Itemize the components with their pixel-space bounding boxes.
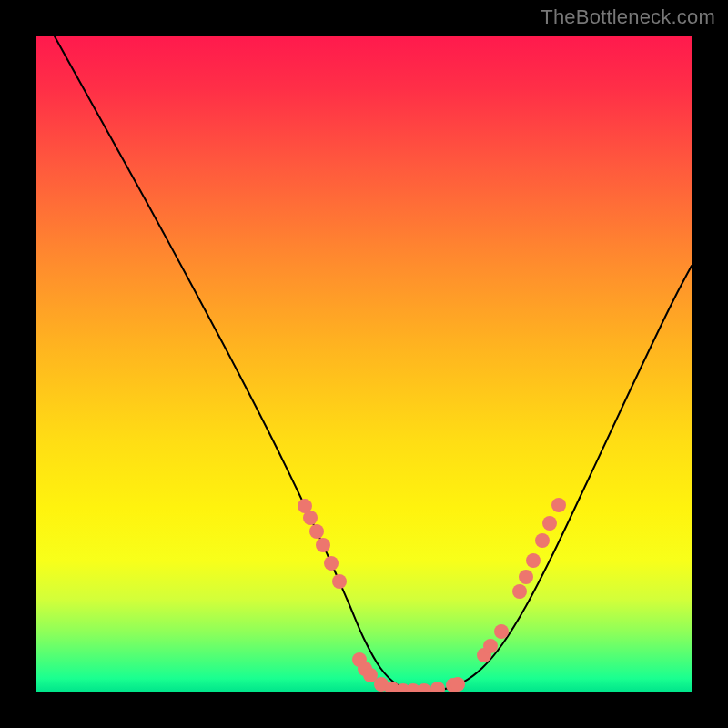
watermark-text: TheBottleneck.com [541, 5, 715, 29]
marker-dot [332, 574, 347, 589]
marker-dot [309, 524, 324, 539]
marker-dot [316, 538, 330, 552]
marker-dot [483, 639, 498, 653]
marker-dot [526, 553, 541, 568]
marker-dot [512, 584, 527, 599]
marker-dot [303, 511, 318, 525]
marker-dot [494, 624, 509, 639]
marker-dot [535, 533, 550, 548]
plot-area [36, 36, 692, 692]
chart-svg [36, 36, 692, 692]
marker-dot [430, 682, 445, 692]
marker-dot [450, 677, 465, 692]
marker-dot [519, 570, 533, 584]
bottleneck-curve [55, 36, 692, 692]
marker-dot [542, 516, 557, 531]
marker-dot [417, 683, 431, 692]
marker-dot [324, 556, 339, 571]
marker-group [298, 498, 566, 692]
marker-dot [551, 498, 566, 512]
chart-stage: TheBottleneck.com [0, 0, 728, 728]
